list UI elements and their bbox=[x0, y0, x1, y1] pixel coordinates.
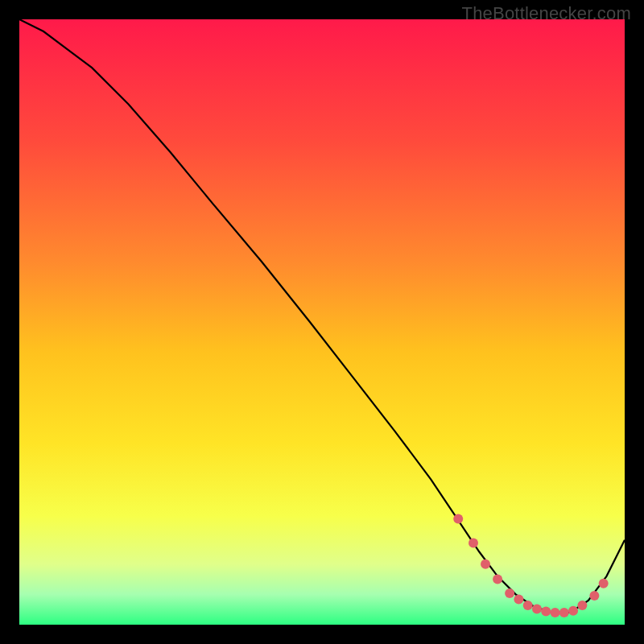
marker-dot bbox=[481, 559, 490, 569]
marker-dot bbox=[514, 594, 523, 604]
marker-dot bbox=[568, 606, 578, 616]
marker-dot bbox=[559, 608, 569, 617]
marker-dot bbox=[551, 608, 560, 617]
marker-dot bbox=[589, 591, 599, 601]
watermark-text: TheBottlenecker.com bbox=[462, 3, 631, 24]
plot-area bbox=[19, 19, 625, 625]
marker-dot bbox=[577, 601, 587, 610]
marker-dot bbox=[493, 575, 502, 584]
chart-svg bbox=[19, 19, 625, 625]
chart-container: TheBottlenecker.com bbox=[0, 0, 644, 644]
marker-dot bbox=[541, 606, 551, 616]
marker-dot bbox=[505, 588, 514, 598]
marker-dot bbox=[599, 579, 609, 588]
marker-dot bbox=[453, 514, 463, 523]
marker-dot bbox=[469, 538, 478, 547]
marker-dot bbox=[523, 601, 533, 610]
gradient-background bbox=[19, 19, 625, 625]
marker-dot bbox=[532, 604, 542, 613]
